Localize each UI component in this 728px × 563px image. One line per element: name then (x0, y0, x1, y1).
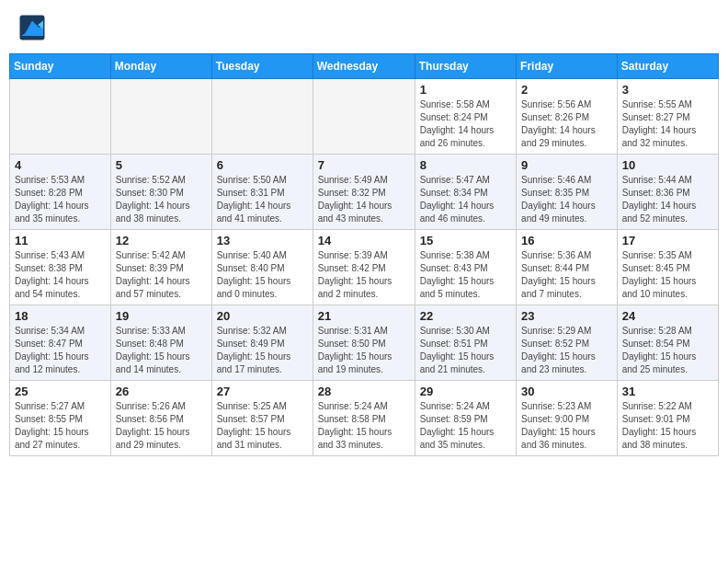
calendar-cell: 15Sunrise: 5:38 AM Sunset: 8:43 PM Dayli… (415, 230, 516, 305)
page-header (9, 9, 719, 46)
calendar-week-row: 4Sunrise: 5:53 AM Sunset: 8:28 PM Daylig… (10, 155, 719, 230)
day-number: 8 (420, 158, 511, 172)
day-number: 5 (116, 158, 207, 172)
day-number: 15 (420, 234, 511, 247)
day-number: 3 (622, 83, 713, 97)
day-number: 27 (217, 385, 308, 398)
day-number: 4 (15, 158, 106, 172)
day-info: Sunrise: 5:29 AM Sunset: 8:52 PM Dayligh… (521, 325, 612, 376)
logo (18, 14, 48, 41)
day-info: Sunrise: 5:28 AM Sunset: 8:54 PM Dayligh… (622, 325, 713, 376)
day-of-week-header: Wednesday (313, 54, 415, 79)
calendar-week-row: 18Sunrise: 5:34 AM Sunset: 8:47 PM Dayli… (10, 305, 719, 381)
calendar-cell: 6Sunrise: 5:50 AM Sunset: 8:31 PM Daylig… (211, 155, 313, 230)
day-number: 21 (318, 309, 410, 323)
day-of-week-header: Friday (517, 54, 618, 79)
calendar-cell: 4Sunrise: 5:53 AM Sunset: 8:28 PM Daylig… (10, 155, 111, 230)
day-number: 31 (622, 385, 713, 398)
day-of-week-header: Saturday (617, 54, 718, 79)
calendar-week-row: 25Sunrise: 5:27 AM Sunset: 8:55 PM Dayli… (10, 381, 719, 456)
calendar-cell: 9Sunrise: 5:46 AM Sunset: 8:35 PM Daylig… (517, 155, 618, 230)
calendar-cell: 23Sunrise: 5:29 AM Sunset: 8:52 PM Dayli… (517, 305, 618, 381)
day-number: 6 (217, 158, 308, 172)
day-info: Sunrise: 5:44 AM Sunset: 8:36 PM Dayligh… (622, 174, 713, 225)
day-number: 10 (622, 158, 713, 172)
day-number: 1 (420, 83, 511, 97)
day-number: 25 (15, 385, 106, 398)
day-info: Sunrise: 5:58 AM Sunset: 8:24 PM Dayligh… (420, 98, 511, 150)
day-info: Sunrise: 5:35 AM Sunset: 8:45 PM Dayligh… (622, 249, 713, 301)
day-info: Sunrise: 5:24 AM Sunset: 8:58 PM Dayligh… (318, 400, 410, 452)
day-info: Sunrise: 5:34 AM Sunset: 8:47 PM Dayligh… (15, 325, 106, 376)
day-info: Sunrise: 5:33 AM Sunset: 8:48 PM Dayligh… (116, 325, 207, 376)
day-info: Sunrise: 5:32 AM Sunset: 8:49 PM Dayligh… (217, 325, 308, 376)
calendar-cell: 30Sunrise: 5:23 AM Sunset: 9:00 PM Dayli… (517, 381, 618, 456)
calendar-cell (211, 79, 313, 155)
day-number: 14 (318, 234, 410, 247)
day-info: Sunrise: 5:25 AM Sunset: 8:57 PM Dayligh… (217, 400, 308, 452)
day-number: 2 (521, 83, 612, 97)
day-info: Sunrise: 5:31 AM Sunset: 8:50 PM Dayligh… (318, 325, 410, 376)
day-info: Sunrise: 5:52 AM Sunset: 8:30 PM Dayligh… (116, 174, 207, 225)
day-info: Sunrise: 5:46 AM Sunset: 8:35 PM Dayligh… (521, 174, 612, 225)
day-number: 28 (318, 385, 410, 398)
calendar-cell: 12Sunrise: 5:42 AM Sunset: 8:39 PM Dayli… (110, 230, 211, 305)
day-info: Sunrise: 5:23 AM Sunset: 9:00 PM Dayligh… (521, 400, 612, 452)
day-of-week-header: Thursday (415, 54, 516, 79)
calendar-cell: 10Sunrise: 5:44 AM Sunset: 8:36 PM Dayli… (617, 155, 718, 230)
calendar-cell: 17Sunrise: 5:35 AM Sunset: 8:45 PM Dayli… (617, 230, 718, 305)
day-number: 22 (420, 309, 511, 323)
day-number: 30 (521, 385, 612, 398)
calendar-cell: 2Sunrise: 5:56 AM Sunset: 8:26 PM Daylig… (517, 79, 618, 155)
calendar-cell: 20Sunrise: 5:32 AM Sunset: 8:49 PM Dayli… (211, 305, 313, 381)
calendar-cell: 29Sunrise: 5:24 AM Sunset: 8:59 PM Dayli… (415, 381, 516, 456)
day-of-week-header: Sunday (10, 54, 111, 79)
day-number: 9 (521, 158, 612, 172)
day-info: Sunrise: 5:49 AM Sunset: 8:32 PM Dayligh… (318, 174, 410, 225)
calendar-cell: 27Sunrise: 5:25 AM Sunset: 8:57 PM Dayli… (211, 381, 313, 456)
calendar-cell (10, 79, 111, 155)
calendar-cell: 24Sunrise: 5:28 AM Sunset: 8:54 PM Dayli… (617, 305, 718, 381)
calendar-cell: 3Sunrise: 5:55 AM Sunset: 8:27 PM Daylig… (617, 79, 718, 155)
day-info: Sunrise: 5:43 AM Sunset: 8:38 PM Dayligh… (15, 249, 106, 301)
calendar-cell: 31Sunrise: 5:22 AM Sunset: 9:01 PM Dayli… (617, 381, 718, 456)
calendar-cell: 25Sunrise: 5:27 AM Sunset: 8:55 PM Dayli… (10, 381, 111, 456)
calendar-cell: 8Sunrise: 5:47 AM Sunset: 8:34 PM Daylig… (415, 155, 516, 230)
day-number: 18 (15, 309, 106, 323)
calendar-cell: 21Sunrise: 5:31 AM Sunset: 8:50 PM Dayli… (313, 305, 415, 381)
calendar-cell: 28Sunrise: 5:24 AM Sunset: 8:58 PM Dayli… (313, 381, 415, 456)
calendar-week-row: 11Sunrise: 5:43 AM Sunset: 8:38 PM Dayli… (10, 230, 719, 305)
day-number: 24 (622, 309, 713, 323)
calendar-cell: 18Sunrise: 5:34 AM Sunset: 8:47 PM Dayli… (10, 305, 111, 381)
calendar-cell: 19Sunrise: 5:33 AM Sunset: 8:48 PM Dayli… (110, 305, 211, 381)
day-info: Sunrise: 5:53 AM Sunset: 8:28 PM Dayligh… (15, 174, 106, 225)
day-info: Sunrise: 5:50 AM Sunset: 8:31 PM Dayligh… (217, 174, 308, 225)
day-info: Sunrise: 5:38 AM Sunset: 8:43 PM Dayligh… (420, 249, 511, 301)
day-info: Sunrise: 5:47 AM Sunset: 8:34 PM Dayligh… (420, 174, 511, 225)
day-number: 12 (116, 234, 207, 247)
day-info: Sunrise: 5:26 AM Sunset: 8:56 PM Dayligh… (116, 400, 207, 452)
day-info: Sunrise: 5:36 AM Sunset: 8:44 PM Dayligh… (521, 249, 612, 301)
day-number: 11 (15, 234, 106, 247)
day-number: 29 (420, 385, 511, 398)
day-info: Sunrise: 5:56 AM Sunset: 8:26 PM Dayligh… (521, 98, 612, 150)
day-of-week-header: Tuesday (211, 54, 313, 79)
day-number: 13 (217, 234, 308, 247)
calendar-cell: 7Sunrise: 5:49 AM Sunset: 8:32 PM Daylig… (313, 155, 415, 230)
calendar-cell: 26Sunrise: 5:26 AM Sunset: 8:56 PM Dayli… (110, 381, 211, 456)
day-number: 23 (521, 309, 612, 323)
calendar-cell: 14Sunrise: 5:39 AM Sunset: 8:42 PM Dayli… (313, 230, 415, 305)
day-number: 7 (318, 158, 410, 172)
calendar-cell: 1Sunrise: 5:58 AM Sunset: 8:24 PM Daylig… (415, 79, 516, 155)
logo-icon (18, 14, 46, 41)
calendar-table: SundayMondayTuesdayWednesdayThursdayFrid… (9, 53, 719, 456)
day-of-week-header: Monday (110, 54, 211, 79)
day-info: Sunrise: 5:55 AM Sunset: 8:27 PM Dayligh… (622, 98, 713, 150)
calendar-cell (313, 79, 415, 155)
day-info: Sunrise: 5:27 AM Sunset: 8:55 PM Dayligh… (15, 400, 106, 452)
calendar-cell: 22Sunrise: 5:30 AM Sunset: 8:51 PM Dayli… (415, 305, 516, 381)
day-number: 26 (116, 385, 207, 398)
calendar-cell: 5Sunrise: 5:52 AM Sunset: 8:30 PM Daylig… (110, 155, 211, 230)
day-info: Sunrise: 5:24 AM Sunset: 8:59 PM Dayligh… (420, 400, 511, 452)
day-info: Sunrise: 5:30 AM Sunset: 8:51 PM Dayligh… (420, 325, 511, 376)
